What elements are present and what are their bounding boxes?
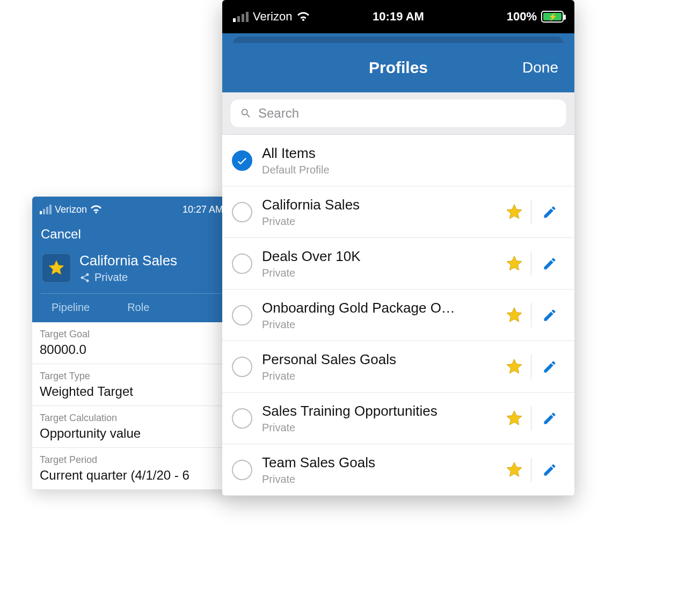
field-value: Current quarter (4/1/20 - 6 [40, 468, 223, 483]
profile-tabs: Pipeline Role [41, 293, 222, 322]
row-actions [498, 458, 565, 482]
profile-visibility: Private [94, 271, 128, 284]
row-actions [498, 354, 565, 379]
row-actions [498, 200, 565, 225]
star-icon[interactable] [498, 409, 531, 428]
edit-icon[interactable] [531, 462, 565, 477]
field-value: 80000.0 [40, 342, 223, 357]
star-icon[interactable] [498, 461, 531, 479]
signal-icon [233, 12, 249, 22]
page-title: Profiles [369, 59, 428, 77]
battery-icon: ⚡ [541, 11, 564, 23]
profile-name: California Sales [79, 252, 177, 269]
battery-percent: 100% [507, 10, 537, 24]
radio-icon[interactable] [232, 305, 252, 325]
radio-icon[interactable] [232, 408, 252, 429]
row-actions [498, 251, 565, 276]
star-icon [42, 254, 71, 283]
profile-row[interactable]: Onboarding Gold Package O…Private [222, 289, 574, 341]
field-target-type[interactable]: Target Type Weighted Target [32, 364, 231, 406]
clock-label: 10:27 AM [183, 204, 223, 215]
profile-row[interactable]: California SalesPrivate [222, 186, 574, 238]
profile-name: Personal Sales Goals [262, 351, 488, 368]
wifi-icon [90, 205, 102, 214]
cancel-button[interactable]: Cancel [41, 227, 222, 247]
search-icon [240, 107, 252, 119]
carrier-label: Verizon [55, 204, 87, 215]
search-bar-container [222, 92, 574, 135]
row-actions [498, 303, 565, 328]
profile-subtitle: Private [262, 215, 488, 228]
profile-row-text: Deals Over 10KPrivate [262, 248, 488, 279]
field-label: Target Type [40, 371, 223, 382]
field-target-goal[interactable]: Target Goal 80000.0 [32, 322, 231, 364]
radio-icon[interactable] [232, 460, 252, 480]
profile-row[interactable]: Sales Training OpportunitiesPrivate [222, 393, 574, 444]
radio-checked-icon[interactable] [232, 150, 252, 171]
profile-row-text: California SalesPrivate [262, 197, 488, 228]
profile-name: Sales Training Opportunities [262, 403, 488, 419]
profile-subtitle: Private [262, 370, 488, 382]
field-target-period[interactable]: Target Period Current quarter (4/1/20 - … [32, 448, 231, 490]
radio-icon[interactable] [232, 254, 252, 274]
row-actions [498, 406, 565, 431]
search-input[interactable] [258, 106, 557, 121]
field-value: Opportunity value [40, 426, 223, 441]
edit-icon[interactable] [531, 256, 565, 271]
profile-list: All ItemsDefault ProfileCalifornia Sales… [222, 135, 574, 496]
profile-subtitle: Private [262, 267, 488, 279]
profile-name: Team Sales Goals [262, 454, 488, 471]
edit-icon[interactable] [531, 359, 565, 374]
tab-role[interactable]: Role [127, 301, 149, 314]
profile-row[interactable]: All ItemsDefault Profile [222, 135, 574, 186]
profile-header: California Sales Private [41, 247, 222, 293]
star-icon[interactable] [498, 306, 531, 324]
profile-row[interactable]: Personal Sales GoalsPrivate [222, 341, 574, 393]
status-bar: Verizon 10:19 AM 100% ⚡ [222, 0, 574, 33]
edit-icon[interactable] [531, 411, 565, 426]
field-target-calculation[interactable]: Target Calculation Opportunity value [32, 406, 231, 448]
done-button[interactable]: Done [522, 59, 558, 76]
status-bar: Verizon 10:27 AM [32, 197, 231, 222]
phone-profiles-screen: Verizon 10:19 AM 100% ⚡ Profiles Done Al… [222, 0, 574, 496]
edit-icon[interactable] [531, 308, 565, 323]
profile-row-text: Onboarding Gold Package O…Private [262, 300, 488, 331]
star-icon[interactable] [498, 358, 531, 376]
search-field[interactable] [230, 99, 567, 128]
edit-icon[interactable] [531, 205, 565, 220]
star-icon[interactable] [498, 203, 531, 221]
profile-subtitle: Private [262, 422, 488, 434]
battery-indicator: 100% ⚡ [507, 10, 564, 24]
card-stack: Profiles Done [222, 33, 574, 92]
profile-subtitle: Private [262, 319, 488, 331]
signal-icon [40, 205, 52, 214]
nav-bar: Cancel California Sales Private Pipeline… [32, 222, 231, 322]
field-value: Weighted Target [40, 384, 223, 399]
profile-name: Onboarding Gold Package O… [262, 300, 488, 316]
profile-subtitle: Default Profile [262, 164, 565, 176]
phone-detail-screen: Verizon 10:27 AM Cancel California Sales… [32, 197, 231, 490]
carrier-label: Verizon [253, 10, 292, 24]
profile-name: Deals Over 10K [262, 248, 488, 265]
tab-pipeline[interactable]: Pipeline [52, 301, 90, 314]
field-label: Target Goal [40, 329, 223, 340]
profile-row-text: Sales Training OpportunitiesPrivate [262, 403, 488, 434]
share-icon [79, 272, 90, 283]
field-label: Target Calculation [40, 412, 223, 424]
profile-row-text: Personal Sales GoalsPrivate [262, 351, 488, 382]
profile-row-text: All ItemsDefault Profile [262, 145, 565, 176]
profile-name: All Items [262, 145, 565, 162]
radio-icon[interactable] [232, 357, 252, 377]
profile-row-text: Team Sales GoalsPrivate [262, 454, 488, 486]
profile-row[interactable]: Team Sales GoalsPrivate [222, 444, 574, 496]
field-label: Target Period [40, 454, 223, 466]
profile-name: California Sales [262, 197, 488, 213]
profile-subtitle: Private [262, 473, 488, 486]
wifi-icon [296, 11, 310, 22]
profile-row[interactable]: Deals Over 10KPrivate [222, 238, 574, 289]
star-icon[interactable] [498, 255, 531, 273]
radio-icon[interactable] [232, 202, 252, 222]
nav-bar: Profiles Done [225, 43, 571, 92]
clock-label: 10:19 AM [373, 10, 424, 24]
field-list: Target Goal 80000.0 Target Type Weighted… [32, 322, 231, 490]
